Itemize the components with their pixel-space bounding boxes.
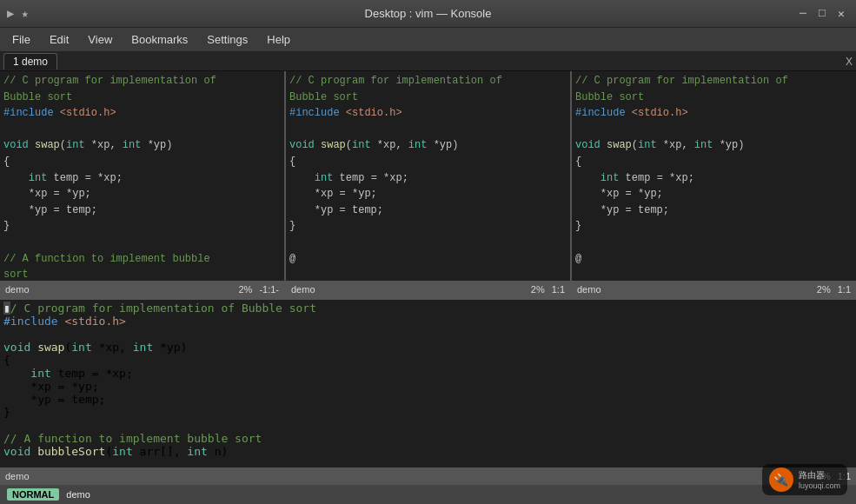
tab-x-button[interactable]: X — [846, 56, 853, 68]
window-title: Desktop : vim — Konsole — [365, 7, 492, 20]
minimize-button[interactable]: ─ — [795, 6, 811, 22]
pane-1-filename: demo — [5, 284, 30, 295]
menu-view[interactable]: View — [79, 31, 121, 48]
terminal-icon: ▶ — [7, 6, 14, 21]
menu-bookmarks[interactable]: Bookmarks — [123, 31, 196, 48]
title-bar: ▶ ★ Desktop : vim — Konsole ─ □ ✕ — [0, 0, 856, 28]
pane-bottom-filename: demo — [5, 471, 30, 481]
status-filename: demo — [66, 489, 90, 500]
panes-top: // C program for implementation of Bubbl… — [0, 71, 856, 298]
mode-badge: NORMAL — [7, 488, 59, 501]
pane-2-filename: demo — [291, 284, 315, 295]
watermark-line1: 路由器 — [799, 469, 840, 481]
title-bar-left: ▶ ★ — [7, 6, 29, 21]
pane-2-percent: 2% — [531, 284, 545, 295]
pane-1-pos: -1:1- — [259, 284, 279, 295]
pane-3: // C program for implementation of Bubbl… — [572, 71, 856, 298]
menu-settings[interactable]: Settings — [198, 31, 256, 48]
menu-file[interactable]: File — [3, 31, 39, 48]
close-button[interactable]: ✕ — [833, 6, 849, 22]
editor-tab-demo[interactable]: 1 demo — [3, 53, 57, 70]
pane-1: // C program for implementation of Bubbl… — [0, 71, 286, 298]
pane-3-filename: demo — [577, 284, 601, 295]
pane-bottom-code: ▮/ C program for implementation of Bubbl… — [3, 302, 853, 458]
pane-2-status: demo 2% 1:1 — [286, 281, 570, 298]
pane-bottom-status: demo 2% 1:1 — [0, 468, 856, 485]
pane-2-pos: 1:1 — [552, 284, 565, 295]
pane-3-percent: 2% — [817, 284, 831, 295]
pane-1-code: // C program for implementation of Bubbl… — [3, 73, 281, 281]
pane-2-code: // C program for implementation of Bubbl… — [289, 73, 567, 267]
menu-edit[interactable]: Edit — [41, 31, 77, 48]
menu-help[interactable]: Help — [258, 31, 299, 48]
watermark-line2: luyouqi.com — [799, 481, 840, 490]
watermark-text: 路由器 luyouqi.com — [799, 469, 840, 490]
pane-3-status: demo 2% 1:1 — [572, 281, 856, 298]
title-bar-controls: ─ □ ✕ — [795, 6, 849, 22]
watermark: 🔌 路由器 luyouqi.com — [762, 464, 847, 495]
editor-tab-bar: 1 demo X — [0, 52, 856, 71]
maximize-button[interactable]: □ — [814, 6, 830, 22]
pane-3-pos: 1:1 — [838, 284, 851, 295]
pane-1-percent: 2% — [238, 284, 252, 295]
pane-1-content[interactable]: // C program for implementation of Bubbl… — [0, 71, 284, 281]
pane-3-code: // C program for implementation of Bubbl… — [575, 73, 853, 267]
editor-tab-label: 1 demo — [13, 56, 48, 68]
pane-bottom-content[interactable]: ▮/ C program for implementation of Bubbl… — [0, 300, 856, 468]
pane-3-content[interactable]: // C program for implementation of Bubbl… — [572, 71, 856, 281]
status-bar: NORMAL demo — [0, 485, 856, 504]
pane-bottom: ▮/ C program for implementation of Bubbl… — [0, 298, 856, 485]
pane-1-status: demo 2% -1:1- — [0, 281, 284, 298]
watermark-icon: 🔌 — [769, 468, 793, 492]
editor-area: 1 demo X // C program for implementation… — [0, 52, 856, 504]
menu-bar: File Edit View Bookmarks Settings Help — [0, 28, 856, 52]
pane-2-content[interactable]: // C program for implementation of Bubbl… — [286, 71, 570, 281]
pane-2: // C program for implementation of Bubbl… — [286, 71, 572, 298]
star-icon: ★ — [21, 6, 28, 21]
